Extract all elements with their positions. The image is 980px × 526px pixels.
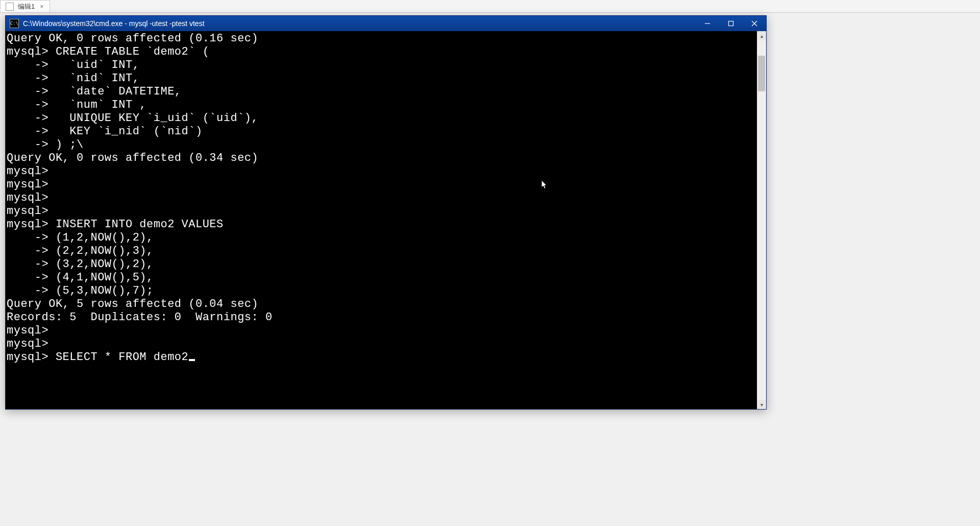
terminal-line: -> KEY `i_nid` (`nid`): [7, 125, 757, 138]
vertical-scrollbar[interactable]: ▴ ▾: [757, 31, 766, 409]
terminal-line: -> `num` INT ,: [7, 99, 757, 112]
terminal-line: -> UNIQUE KEY `i_uid` (`uid`),: [7, 112, 757, 125]
terminal-line: Query OK, 5 rows affected (0.04 sec): [7, 298, 757, 311]
terminal-line: -> (5,3,NOW(),7);: [7, 284, 757, 298]
terminal-line: -> (1,2,NOW(),2),: [7, 231, 757, 245]
terminal-line: mysql> INSERT INTO demo2 VALUES: [7, 218, 757, 231]
document-icon: [6, 3, 14, 11]
terminal-line: -> `date` DATETIME,: [7, 85, 757, 99]
window-title: C:\Windows\system32\cmd.exe - mysql -ute…: [23, 19, 205, 28]
terminal-line: -> (3,2,NOW(),2),: [7, 258, 757, 271]
terminal-output[interactable]: Query OK, 0 rows affected (0.16 sec)mysq…: [6, 31, 757, 409]
close-button[interactable]: [743, 16, 766, 31]
terminal-line: Query OK, 0 rows affected (0.34 sec): [7, 152, 757, 165]
scroll-down-icon[interactable]: ▾: [757, 400, 766, 409]
terminal-line: Records: 5 Duplicates: 0 Warnings: 0: [7, 311, 757, 324]
window-controls: [696, 16, 766, 31]
terminal-line: mysql>: [7, 338, 757, 351]
minimize-button[interactable]: [696, 16, 719, 31]
scrollbar-thumb[interactable]: [758, 56, 765, 91]
cmd-window: C:\ C:\Windows\system32\cmd.exe - mysql …: [5, 15, 767, 410]
terminal-line: -> `nid` INT,: [7, 72, 757, 85]
terminal-line: -> ) ;\: [7, 138, 757, 152]
maximize-icon: [728, 20, 734, 27]
terminal-line: -> (2,2,NOW(),3),: [7, 245, 757, 258]
terminal-line: mysql>: [7, 324, 757, 338]
tab-close-icon[interactable]: ×: [39, 3, 44, 10]
scroll-up-icon[interactable]: ▴: [757, 31, 766, 40]
cmd-icon: C:\: [10, 19, 19, 28]
terminal-line: mysql> CREATE TABLE `demo2` (: [7, 45, 757, 59]
client-area: Query OK, 0 rows affected (0.16 sec)mysq…: [6, 31, 766, 409]
outer-tabstrip: 编辑1 ×: [0, 0, 980, 13]
scrollbar-track[interactable]: [757, 40, 766, 400]
terminal-line: -> `uid` INT,: [7, 59, 757, 72]
cursor-icon: [189, 359, 195, 361]
terminal-line: mysql> SELECT * FROM demo2: [7, 351, 757, 364]
minimize-icon: [704, 20, 710, 27]
outer-tab-label: 编辑1: [18, 2, 35, 11]
outer-tab[interactable]: 编辑1 ×: [0, 0, 50, 12]
terminal-line: mysql>: [7, 205, 757, 218]
close-icon: [751, 20, 757, 27]
terminal-line: Query OK, 0 rows affected (0.16 sec): [7, 32, 757, 45]
terminal-line: -> (4,1,NOW(),5),: [7, 271, 757, 284]
terminal-line: mysql>: [7, 165, 757, 178]
svg-rect-1: [729, 21, 733, 26]
maximize-button[interactable]: [719, 16, 743, 31]
terminal-line: mysql>: [7, 192, 757, 205]
terminal-line: mysql>: [7, 178, 757, 192]
titlebar[interactable]: C:\ C:\Windows\system32\cmd.exe - mysql …: [6, 16, 766, 31]
